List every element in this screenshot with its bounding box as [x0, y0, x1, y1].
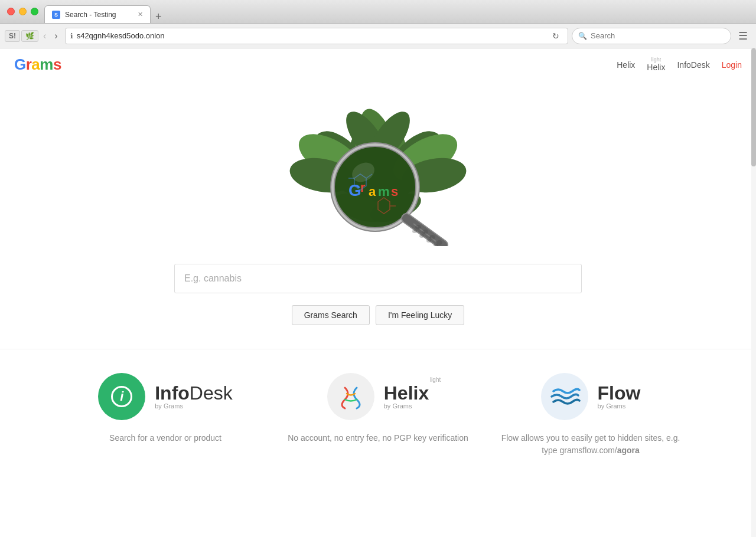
browser-search-icon: 🔍 — [578, 32, 587, 40]
infodesk-text: InfoDesk by Grams — [155, 384, 233, 410]
services-section: i InfoDesk by Grams Search for a vendor … — [0, 349, 756, 474]
address-bar[interactable] — [77, 31, 549, 40]
address-bar-container[interactable]: ℹ ↻ — [65, 28, 568, 44]
menu-button[interactable]: ☰ — [735, 27, 751, 45]
infodesk-i-icon: i — [111, 386, 132, 407]
helix-logo-row: light Helix by Grams — [327, 373, 429, 420]
flow-text: Flow by Grams — [598, 384, 641, 410]
site-nav: Helix light Helix InfoDesk Login — [617, 57, 742, 72]
svg-text:G: G — [348, 181, 361, 199]
site-header: Grams Helix light Helix InfoDesk Login — [0, 48, 756, 81]
service-infodesk: i InfoDesk by Grams Search for a vendor … — [59, 373, 272, 457]
extension-icon-1[interactable]: S! — [5, 30, 20, 42]
helix-name-wrapper: light Helix — [384, 384, 429, 402]
page-content: Grams Helix light Helix InfoDesk Login — [0, 48, 756, 537]
flow-logo-row: Flow by Grams — [541, 373, 641, 420]
infodesk-by-grams: by Grams — [155, 402, 183, 410]
main-search-area: G r a m s — [0, 81, 756, 349]
service-helix: light Helix by Grams No account, no entr… — [272, 373, 484, 457]
svg-text:m: m — [378, 184, 390, 199]
security-info-icon[interactable]: ℹ — [70, 32, 73, 40]
svg-point-38 — [412, 230, 417, 233]
svg-point-40 — [426, 239, 431, 243]
svg-point-39 — [419, 234, 424, 238]
tab-bar: S Search - Testing ✕ + — [44, 0, 164, 23]
nav-infodesk[interactable]: InfoDesk — [677, 60, 709, 70]
logo-letter-g: G — [14, 55, 26, 73]
infodesk-logo-row: i InfoDesk by Grams — [98, 373, 233, 420]
new-tab-button[interactable]: + — [153, 11, 164, 23]
flow-by-grams: by Grams — [598, 402, 626, 410]
toolbar-left-icons: S! 🌿 ‹ › — [5, 28, 61, 44]
svg-point-36 — [429, 235, 435, 240]
window-chrome: S Search - Testing ✕ + — [0, 0, 756, 24]
search-buttons: Grams Search I'm Feeling Lucky — [292, 305, 465, 325]
browser-toolbar: S! 🌿 ‹ › ℹ ↻ 🔍 ☰ — [0, 24, 756, 48]
back-button[interactable]: ‹ — [40, 28, 50, 44]
logo-letter-s: s — [53, 55, 61, 73]
traffic-lights — [7, 8, 38, 15]
forward-button[interactable]: › — [51, 28, 61, 44]
svg-point-34 — [415, 225, 421, 230]
infodesk-name-desk: Desk — [190, 382, 233, 404]
infodesk-name-info: Info — [155, 382, 190, 404]
browser-search-input[interactable] — [591, 31, 725, 40]
logo-letter-a: a — [31, 55, 40, 73]
grams-search-button[interactable]: Grams Search — [292, 305, 370, 325]
nav-helix-light-container: light Helix — [647, 57, 665, 72]
site-logo: Grams — [14, 55, 61, 74]
nav-login[interactable]: Login — [722, 60, 742, 70]
nav-helix-light[interactable]: Helix — [647, 63, 665, 72]
active-tab[interactable]: S Search - Testing ✕ — [44, 5, 151, 23]
logo-letter-r: r — [26, 55, 32, 73]
flow-description: Flow allows you to easily get to hidden … — [496, 432, 685, 457]
svg-text:a: a — [369, 184, 376, 199]
grams-logo-image: G r a m s — [284, 93, 472, 246]
main-search-input[interactable] — [174, 264, 582, 293]
nav-helix[interactable]: Helix — [617, 60, 635, 70]
scrollbar[interactable] — [751, 48, 756, 537]
helix-light-badge: light — [430, 376, 441, 383]
tab-favicon: S — [52, 11, 60, 19]
helix-name: Helix — [384, 384, 429, 402]
browser-search-container[interactable]: 🔍 — [572, 28, 731, 44]
minimize-button[interactable] — [19, 8, 27, 15]
helix-description: No account, no entry fee, no PGP key ver… — [288, 432, 468, 444]
tab-title: Search - Testing — [65, 11, 116, 19]
logo-letter-m: m — [40, 55, 53, 73]
svg-point-35 — [422, 230, 428, 234]
infodesk-name: InfoDesk — [155, 384, 233, 402]
feeling-lucky-button[interactable]: I'm Feeling Lucky — [376, 305, 465, 325]
nav-helix-light-sub: light — [651, 57, 662, 63]
helix-text: light Helix by Grams — [384, 384, 429, 410]
scrollbar-thumb[interactable] — [751, 48, 756, 166]
flow-name: Flow — [598, 384, 641, 402]
helix-icon — [327, 373, 374, 420]
svg-text:s: s — [391, 184, 398, 199]
refresh-button[interactable]: ↻ — [549, 30, 563, 42]
close-button[interactable] — [7, 8, 15, 15]
search-input-container — [174, 264, 582, 293]
extension-icon-2[interactable]: 🌿 — [21, 30, 38, 42]
flow-icon — [541, 373, 588, 420]
maximize-button[interactable] — [31, 8, 38, 15]
infodesk-description: Search for a vendor or product — [109, 432, 221, 444]
service-flow: Flow by Grams Flow allows you to easily … — [484, 373, 697, 457]
tab-close-button[interactable]: ✕ — [138, 11, 143, 18]
infodesk-icon: i — [98, 373, 145, 420]
